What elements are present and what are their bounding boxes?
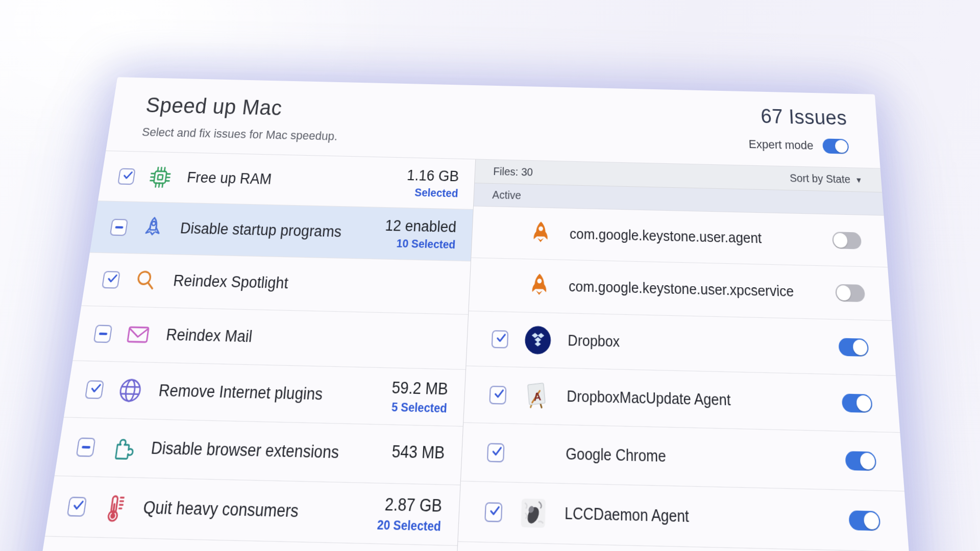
task-size: 543 MB bbox=[391, 443, 446, 461]
dropbox-icon bbox=[525, 325, 552, 354]
header-left: Speed up Mac Select and fix issues for M… bbox=[139, 78, 342, 156]
task-row-quit-heavy-consumers[interactable]: Quit heavy consumers 2.87 GB 20 Selected bbox=[45, 476, 460, 546]
task-size: 1.16 GB bbox=[406, 168, 459, 184]
task-selected-count: 5 Selected bbox=[390, 400, 448, 414]
scene: Speed up Mac Select and fix issues for M… bbox=[0, 0, 980, 551]
task-label: Disable startup programs bbox=[179, 220, 385, 242]
sort-label: Sort by State bbox=[790, 172, 851, 186]
task-values: 12 enabled 10 Selected bbox=[383, 218, 456, 250]
file-row-google-chrome[interactable]: Google Chrome bbox=[461, 423, 904, 491]
checkbox[interactable] bbox=[492, 330, 509, 348]
thermometer-icon bbox=[99, 492, 129, 522]
rocket-orange-icon bbox=[526, 271, 553, 300]
task-selected-count bbox=[391, 465, 444, 466]
toggle-knob bbox=[852, 339, 868, 355]
page-subtitle: Select and fix issues for Mac speedup. bbox=[141, 125, 338, 143]
mouse-photo-icon bbox=[519, 497, 548, 529]
file-row-keystone-agent[interactable]: com.google.keystone.user.agent bbox=[472, 206, 888, 267]
installer-icon: A bbox=[523, 381, 550, 411]
files-panel: Files: 30 Sort by State ▼ Active bbox=[453, 160, 917, 551]
section-label: Active bbox=[492, 189, 521, 202]
toggle-knob bbox=[856, 395, 872, 411]
cpu-icon bbox=[146, 164, 174, 190]
task-label: Disable browser extensions bbox=[150, 439, 393, 464]
item-toggle[interactable] bbox=[838, 338, 869, 357]
checkbox[interactable] bbox=[485, 502, 503, 522]
task-label: Reindex Mail bbox=[165, 325, 451, 350]
task-row-reindex-spotlight[interactable]: Reindex Spotlight bbox=[81, 253, 471, 315]
file-row-keystone-xpcservice[interactable]: com.google.keystone.user.xpcservice bbox=[469, 258, 892, 321]
envelope-icon bbox=[124, 320, 153, 348]
file-name: DropboxMacUpdate Agent bbox=[567, 387, 843, 411]
globe-icon bbox=[115, 375, 145, 405]
task-label: Reindex Spotlight bbox=[172, 272, 454, 296]
file-name: com.google.keystone.user.agent bbox=[570, 226, 833, 248]
item-toggle[interactable] bbox=[845, 451, 876, 471]
item-toggle[interactable] bbox=[848, 510, 880, 531]
file-name: Dropbox bbox=[568, 332, 839, 355]
task-label: Free up RAM bbox=[186, 169, 407, 191]
task-row-remove-internet-plugins[interactable]: Remove Internet plugins 59.2 MB 5 Select… bbox=[64, 361, 466, 427]
file-row-dropbox[interactable]: Dropbox bbox=[467, 311, 896, 376]
task-values: 543 MB bbox=[391, 443, 445, 466]
item-toggle[interactable] bbox=[832, 232, 862, 249]
task-values: 59.2 MB 5 Selected bbox=[390, 380, 449, 414]
toggle-knob bbox=[860, 453, 875, 469]
task-size: 59.2 MB bbox=[391, 380, 449, 397]
checkbox[interactable] bbox=[110, 218, 128, 236]
expert-mode-label: Expert mode bbox=[748, 137, 814, 153]
magnifier-icon bbox=[131, 267, 160, 294]
task-values: 2.87 GB 20 Selected bbox=[377, 495, 443, 533]
checkbox[interactable] bbox=[489, 385, 507, 404]
expert-mode-row: Expert mode bbox=[748, 137, 849, 154]
sort-by-state-control[interactable]: Sort by State ▼ bbox=[790, 172, 863, 186]
puzzle-icon bbox=[107, 433, 137, 463]
issues-count: 67 Issues bbox=[747, 105, 847, 129]
checkbox[interactable] bbox=[102, 270, 120, 288]
checkbox[interactable] bbox=[117, 168, 136, 185]
task-label: Remove Internet plugins bbox=[158, 381, 392, 406]
file-name: com.google.keystone.user.xpcservice bbox=[569, 278, 836, 301]
task-row-disable-browser-extensions[interactable]: Disable browser extensions 543 MB bbox=[55, 417, 463, 485]
task-label: Quit heavy consumers bbox=[142, 498, 379, 523]
toggle-knob bbox=[864, 512, 880, 529]
task-row-free-up-ram[interactable]: Free up RAM 1.16 GB Selected bbox=[98, 151, 476, 210]
item-toggle[interactable] bbox=[835, 284, 865, 302]
chrome-icon bbox=[521, 438, 549, 469]
task-list: Free up RAM 1.16 GB Selected bbox=[28, 151, 476, 551]
task-row-disable-startup-programs[interactable]: Disable startup programs 12 enabled 10 S… bbox=[90, 201, 473, 261]
header-right: 67 Issues Expert mode bbox=[747, 91, 850, 167]
checkbox[interactable] bbox=[76, 437, 96, 457]
file-row-dropboxmacupdate-agent[interactable]: A DropboxMacUpdate Agent bbox=[464, 366, 900, 433]
body-split: Free up RAM 1.16 GB Selected bbox=[28, 151, 917, 551]
chevron-down-icon: ▼ bbox=[855, 176, 863, 184]
file-name: LCCDaemon Agent bbox=[565, 504, 849, 530]
toggle-knob bbox=[836, 285, 851, 300]
checkbox[interactable] bbox=[487, 443, 505, 462]
task-selected-count: 10 Selected bbox=[383, 237, 456, 250]
file-name: Google Chrome bbox=[566, 445, 846, 470]
checkbox[interactable] bbox=[67, 496, 87, 516]
item-toggle[interactable] bbox=[842, 393, 873, 413]
svg-text:A: A bbox=[533, 389, 542, 403]
task-row-reindex-mail[interactable]: Reindex Mail bbox=[72, 306, 468, 370]
expert-mode-toggle[interactable] bbox=[822, 138, 849, 154]
files-count: Files: 30 bbox=[493, 165, 533, 179]
task-values: 1.16 GB Selected bbox=[405, 168, 459, 198]
checkbox[interactable] bbox=[93, 324, 113, 343]
task-size: 2.87 GB bbox=[378, 495, 443, 514]
rocket-orange-icon bbox=[528, 219, 554, 247]
toggle-knob bbox=[835, 140, 848, 153]
file-row-lccdaemon-agent[interactable]: LCCDaemon Agent bbox=[458, 482, 909, 551]
rocket-icon bbox=[139, 215, 167, 241]
speedup-window: Speed up Mac Select and fix issues for M… bbox=[28, 77, 917, 551]
task-selected-count: 20 Selected bbox=[377, 518, 442, 533]
task-size: 12 enabled bbox=[385, 218, 457, 235]
page-title: Speed up Mac bbox=[144, 78, 342, 121]
task-selected-count: Selected bbox=[405, 186, 458, 198]
toggle-knob bbox=[833, 233, 848, 247]
checkbox[interactable] bbox=[85, 380, 104, 399]
